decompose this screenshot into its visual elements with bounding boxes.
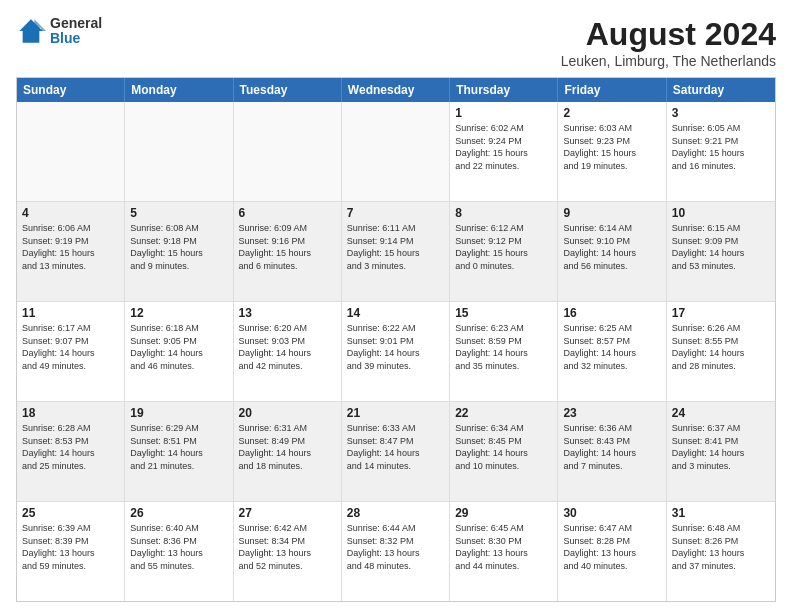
calendar-cell: 17Sunrise: 6:26 AM Sunset: 8:55 PM Dayli…: [667, 302, 775, 401]
calendar-cell: 16Sunrise: 6:25 AM Sunset: 8:57 PM Dayli…: [558, 302, 666, 401]
calendar-cell: 24Sunrise: 6:37 AM Sunset: 8:41 PM Dayli…: [667, 402, 775, 501]
day-info: Sunrise: 6:22 AM Sunset: 9:01 PM Dayligh…: [347, 322, 444, 372]
day-info: Sunrise: 6:14 AM Sunset: 9:10 PM Dayligh…: [563, 222, 660, 272]
logo-icon: [16, 16, 46, 46]
calendar-cell: 22Sunrise: 6:34 AM Sunset: 8:45 PM Dayli…: [450, 402, 558, 501]
day-number: 3: [672, 106, 770, 120]
calendar-cell: 8Sunrise: 6:12 AM Sunset: 9:12 PM Daylig…: [450, 202, 558, 301]
day-info: Sunrise: 6:29 AM Sunset: 8:51 PM Dayligh…: [130, 422, 227, 472]
calendar: SundayMondayTuesdayWednesdayThursdayFrid…: [16, 77, 776, 602]
day-info: Sunrise: 6:25 AM Sunset: 8:57 PM Dayligh…: [563, 322, 660, 372]
day-number: 6: [239, 206, 336, 220]
calendar-cell: 19Sunrise: 6:29 AM Sunset: 8:51 PM Dayli…: [125, 402, 233, 501]
day-info: Sunrise: 6:34 AM Sunset: 8:45 PM Dayligh…: [455, 422, 552, 472]
calendar-cell: 5Sunrise: 6:08 AM Sunset: 9:18 PM Daylig…: [125, 202, 233, 301]
day-number: 19: [130, 406, 227, 420]
calendar-week: 4Sunrise: 6:06 AM Sunset: 9:19 PM Daylig…: [17, 202, 775, 302]
day-info: Sunrise: 6:02 AM Sunset: 9:24 PM Dayligh…: [455, 122, 552, 172]
day-number: 5: [130, 206, 227, 220]
calendar-cell: 13Sunrise: 6:20 AM Sunset: 9:03 PM Dayli…: [234, 302, 342, 401]
calendar-cell: 20Sunrise: 6:31 AM Sunset: 8:49 PM Dayli…: [234, 402, 342, 501]
day-number: 24: [672, 406, 770, 420]
day-number: 25: [22, 506, 119, 520]
calendar-cell: 6Sunrise: 6:09 AM Sunset: 9:16 PM Daylig…: [234, 202, 342, 301]
calendar-header-day: Tuesday: [234, 78, 342, 102]
calendar-cell: 12Sunrise: 6:18 AM Sunset: 9:05 PM Dayli…: [125, 302, 233, 401]
calendar-cell: 10Sunrise: 6:15 AM Sunset: 9:09 PM Dayli…: [667, 202, 775, 301]
calendar-cell: 2Sunrise: 6:03 AM Sunset: 9:23 PM Daylig…: [558, 102, 666, 201]
logo-blue: Blue: [50, 30, 80, 46]
day-number: 11: [22, 306, 119, 320]
day-number: 21: [347, 406, 444, 420]
main-title: August 2024: [561, 16, 776, 53]
svg-marker-0: [19, 20, 42, 43]
day-info: Sunrise: 6:15 AM Sunset: 9:09 PM Dayligh…: [672, 222, 770, 272]
title-area: August 2024 Leuken, Limburg, The Netherl…: [561, 16, 776, 69]
day-info: Sunrise: 6:17 AM Sunset: 9:07 PM Dayligh…: [22, 322, 119, 372]
subtitle: Leuken, Limburg, The Netherlands: [561, 53, 776, 69]
calendar-week: 25Sunrise: 6:39 AM Sunset: 8:39 PM Dayli…: [17, 502, 775, 601]
calendar-header-day: Wednesday: [342, 78, 450, 102]
calendar-cell: 9Sunrise: 6:14 AM Sunset: 9:10 PM Daylig…: [558, 202, 666, 301]
day-number: 15: [455, 306, 552, 320]
day-info: Sunrise: 6:09 AM Sunset: 9:16 PM Dayligh…: [239, 222, 336, 272]
calendar-cell: 1Sunrise: 6:02 AM Sunset: 9:24 PM Daylig…: [450, 102, 558, 201]
calendar-header-day: Sunday: [17, 78, 125, 102]
day-number: 23: [563, 406, 660, 420]
day-info: Sunrise: 6:06 AM Sunset: 9:19 PM Dayligh…: [22, 222, 119, 272]
calendar-cell: 14Sunrise: 6:22 AM Sunset: 9:01 PM Dayli…: [342, 302, 450, 401]
header: General Blue August 2024 Leuken, Limburg…: [16, 16, 776, 69]
day-info: Sunrise: 6:47 AM Sunset: 8:28 PM Dayligh…: [563, 522, 660, 572]
day-info: Sunrise: 6:31 AM Sunset: 8:49 PM Dayligh…: [239, 422, 336, 472]
calendar-cell: [17, 102, 125, 201]
day-number: 12: [130, 306, 227, 320]
day-info: Sunrise: 6:18 AM Sunset: 9:05 PM Dayligh…: [130, 322, 227, 372]
calendar-cell: [234, 102, 342, 201]
day-info: Sunrise: 6:05 AM Sunset: 9:21 PM Dayligh…: [672, 122, 770, 172]
day-number: 20: [239, 406, 336, 420]
day-number: 1: [455, 106, 552, 120]
day-number: 27: [239, 506, 336, 520]
day-number: 28: [347, 506, 444, 520]
calendar-cell: 21Sunrise: 6:33 AM Sunset: 8:47 PM Dayli…: [342, 402, 450, 501]
day-info: Sunrise: 6:11 AM Sunset: 9:14 PM Dayligh…: [347, 222, 444, 272]
calendar-cell: 28Sunrise: 6:44 AM Sunset: 8:32 PM Dayli…: [342, 502, 450, 601]
day-number: 4: [22, 206, 119, 220]
page: General Blue August 2024 Leuken, Limburg…: [0, 0, 792, 612]
day-info: Sunrise: 6:03 AM Sunset: 9:23 PM Dayligh…: [563, 122, 660, 172]
day-number: 13: [239, 306, 336, 320]
calendar-body: 1Sunrise: 6:02 AM Sunset: 9:24 PM Daylig…: [17, 102, 775, 601]
day-info: Sunrise: 6:23 AM Sunset: 8:59 PM Dayligh…: [455, 322, 552, 372]
calendar-week: 11Sunrise: 6:17 AM Sunset: 9:07 PM Dayli…: [17, 302, 775, 402]
calendar-cell: [125, 102, 233, 201]
day-number: 8: [455, 206, 552, 220]
day-number: 22: [455, 406, 552, 420]
day-number: 26: [130, 506, 227, 520]
day-number: 17: [672, 306, 770, 320]
logo: General Blue: [16, 16, 102, 47]
calendar-cell: 7Sunrise: 6:11 AM Sunset: 9:14 PM Daylig…: [342, 202, 450, 301]
day-number: 10: [672, 206, 770, 220]
day-number: 31: [672, 506, 770, 520]
calendar-cell: 11Sunrise: 6:17 AM Sunset: 9:07 PM Dayli…: [17, 302, 125, 401]
day-info: Sunrise: 6:40 AM Sunset: 8:36 PM Dayligh…: [130, 522, 227, 572]
calendar-header-day: Saturday: [667, 78, 775, 102]
day-info: Sunrise: 6:28 AM Sunset: 8:53 PM Dayligh…: [22, 422, 119, 472]
day-info: Sunrise: 6:44 AM Sunset: 8:32 PM Dayligh…: [347, 522, 444, 572]
day-info: Sunrise: 6:42 AM Sunset: 8:34 PM Dayligh…: [239, 522, 336, 572]
day-number: 29: [455, 506, 552, 520]
calendar-cell: [342, 102, 450, 201]
calendar-cell: 26Sunrise: 6:40 AM Sunset: 8:36 PM Dayli…: [125, 502, 233, 601]
day-number: 16: [563, 306, 660, 320]
day-info: Sunrise: 6:37 AM Sunset: 8:41 PM Dayligh…: [672, 422, 770, 472]
day-info: Sunrise: 6:12 AM Sunset: 9:12 PM Dayligh…: [455, 222, 552, 272]
day-info: Sunrise: 6:45 AM Sunset: 8:30 PM Dayligh…: [455, 522, 552, 572]
day-info: Sunrise: 6:26 AM Sunset: 8:55 PM Dayligh…: [672, 322, 770, 372]
calendar-header-day: Monday: [125, 78, 233, 102]
calendar-week: 18Sunrise: 6:28 AM Sunset: 8:53 PM Dayli…: [17, 402, 775, 502]
day-info: Sunrise: 6:39 AM Sunset: 8:39 PM Dayligh…: [22, 522, 119, 572]
day-number: 18: [22, 406, 119, 420]
calendar-header-day: Thursday: [450, 78, 558, 102]
calendar-cell: 4Sunrise: 6:06 AM Sunset: 9:19 PM Daylig…: [17, 202, 125, 301]
day-number: 30: [563, 506, 660, 520]
